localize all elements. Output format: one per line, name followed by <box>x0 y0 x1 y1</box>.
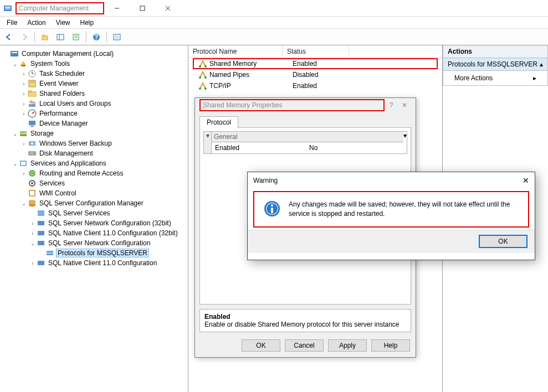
dialog-help-icon[interactable]: ? <box>385 101 398 109</box>
tree-wmi-control[interactable]: WMI Control <box>1 188 187 198</box>
protocol-icon <box>198 70 207 79</box>
tree-windows-backup[interactable]: ›Windows Server Backup <box>1 138 187 148</box>
show-hide-tree-button[interactable] <box>54 31 67 43</box>
protocol-status: Disabled <box>288 71 355 79</box>
tree-device-manager[interactable]: Device Manager <box>1 118 187 128</box>
svg-point-57 <box>199 65 201 68</box>
main-area: Computer Management (Local) ⌄System Tool… <box>0 45 548 392</box>
properties-button[interactable] <box>69 31 83 43</box>
col-protocol-name[interactable]: Protocol Name <box>188 45 283 57</box>
list-row-shared-memory[interactable]: Shared Memory Enabled <box>193 58 438 69</box>
toolbar-separator <box>106 32 107 43</box>
svg-rect-52 <box>38 231 44 235</box>
back-button[interactable] <box>2 31 16 43</box>
tree-services[interactable]: Services <box>1 178 187 188</box>
tree-event-viewer[interactable]: ›Event Viewer <box>1 79 187 89</box>
protocol-name: Shared Memory <box>209 60 257 68</box>
tree-sql-services[interactable]: SQL Server Services <box>1 208 187 218</box>
tree-sql-config-manager[interactable]: ⌄SQL Server Configuration Manager <box>1 198 187 208</box>
warning-button-area: OK <box>248 230 535 253</box>
help-button[interactable]: ? <box>90 31 103 43</box>
tree-root[interactable]: Computer Management (Local) <box>1 49 187 59</box>
svg-rect-17 <box>11 51 18 56</box>
protocol-status: Enabled <box>288 82 355 90</box>
svg-point-39 <box>34 153 35 154</box>
warning-ok-button[interactable]: OK <box>479 235 527 247</box>
list-row-named-pipes[interactable]: Named Pipes Disabled <box>188 69 442 80</box>
tab-protocol[interactable]: Protocol <box>199 116 238 128</box>
forward-button[interactable] <box>18 31 31 43</box>
warning-dialog: Warning ✕ Any changes made will be saved… <box>247 172 535 260</box>
tree-routing-remote[interactable]: ›Routing and Remote Access <box>1 168 187 178</box>
help-button[interactable]: Help <box>371 339 410 352</box>
svg-rect-51 <box>38 221 44 225</box>
toolbar-separator <box>34 32 35 43</box>
tree-disk-management[interactable]: Disk Management <box>1 148 187 158</box>
svg-point-66 <box>271 204 273 207</box>
dialog-close-icon[interactable]: ✕ <box>398 101 411 109</box>
actions-group-label: Protocols for MSSQLSERVER <box>448 60 537 68</box>
svg-rect-56 <box>38 261 44 265</box>
list-header: Protocol Name Status <box>188 45 442 58</box>
dialog-title: Shared Memory Properties <box>199 99 385 111</box>
svg-line-31 <box>32 112 34 114</box>
collapse-icon[interactable]: ▾ <box>204 132 212 153</box>
warning-titlebar[interactable]: Warning ✕ <box>248 172 535 189</box>
menu-file[interactable]: File <box>2 18 22 28</box>
refresh-button[interactable] <box>110 31 124 43</box>
svg-rect-23 <box>29 80 35 87</box>
tree-sql-nc-32[interactable]: ›SQL Native Client 11.0 Configuration (3… <box>1 228 187 238</box>
tree-shared-folders[interactable]: ›Shared Folders <box>1 89 187 99</box>
menu-action[interactable]: Action <box>23 18 50 28</box>
svg-rect-67 <box>271 208 273 213</box>
warning-close-icon[interactable]: ✕ <box>523 176 529 185</box>
maximize-button[interactable] <box>130 0 155 17</box>
toolbar: ? <box>0 29 548 45</box>
grid-row-enabled[interactable]: Enabled No <box>212 142 403 153</box>
tree-performance[interactable]: ›Performance <box>1 109 187 118</box>
tree-local-users[interactable]: ›Local Users and Groups <box>1 99 187 109</box>
svg-rect-18 <box>12 52 17 53</box>
protocol-icon <box>198 59 207 68</box>
tree-sql-net[interactable]: ⌄SQL Server Network Configuration <box>1 238 187 248</box>
dialog-tabbar: Protocol <box>195 112 416 127</box>
dialog-titlebar[interactable]: Shared Memory Properties ? ✕ <box>195 98 416 112</box>
tree-storage[interactable]: ⌄Storage <box>1 128 187 138</box>
actions-header: Actions <box>443 45 548 58</box>
tree-protocols-mssqlserver[interactable]: Protocols for MSSQLSERVER <box>1 248 187 258</box>
dialog-buttons: OK Cancel Apply Help <box>242 339 410 352</box>
list-row-tcpip[interactable]: TCP/IP Enabled <box>188 80 442 91</box>
ok-button[interactable]: OK <box>242 339 280 352</box>
details-panel: Protocol Name Status Shared Memory Enabl… <box>188 45 443 392</box>
warning-body: Any changes made will be saved; however,… <box>253 191 529 228</box>
help-text: Enable or disable Shared Memory protocol… <box>204 321 406 328</box>
dropdown-arrow-icon[interactable]: ▾ <box>403 132 407 153</box>
more-actions[interactable]: More Actions ▸ <box>443 71 548 86</box>
close-button[interactable] <box>155 0 181 17</box>
collapse-icon[interactable]: ▴ <box>540 60 543 68</box>
svg-rect-41 <box>21 162 25 165</box>
cancel-button[interactable]: Cancel <box>285 339 324 352</box>
actions-group[interactable]: Protocols for MSSQLSERVER ▴ <box>443 58 548 71</box>
col-status[interactable]: Status <box>283 45 349 57</box>
grid-value: No <box>306 144 403 152</box>
up-button[interactable] <box>38 31 52 43</box>
help-title: Enabled <box>204 313 406 321</box>
svg-rect-1 <box>5 7 11 8</box>
warning-title: Warning <box>253 177 523 184</box>
svg-rect-7 <box>42 36 48 40</box>
protocol-list: Shared Memory Enabled Named Pipes Disabl… <box>188 58 442 91</box>
minimize-button[interactable] <box>104 0 130 17</box>
menu-view[interactable]: View <box>52 18 75 28</box>
chevron-right-icon: ▸ <box>533 74 536 82</box>
warning-text: Any changes made will be saved; however,… <box>289 200 519 219</box>
tree-sql-nc[interactable]: ›SQL Native Client 11.0 Configuration <box>1 258 187 268</box>
svg-rect-19 <box>21 65 25 66</box>
toolbar-separator <box>86 32 86 43</box>
tree-services-apps[interactable]: ⌄Services and Applications <box>1 158 187 168</box>
apply-button[interactable]: Apply <box>328 339 367 352</box>
menu-help[interactable]: Help <box>76 18 99 28</box>
tree-sql-net-32[interactable]: ›SQL Server Network Configuration (32bit… <box>1 218 187 228</box>
tree-task-scheduler[interactable]: ›Task Scheduler <box>1 69 187 79</box>
tree-system-tools[interactable]: ⌄System Tools <box>1 59 187 69</box>
